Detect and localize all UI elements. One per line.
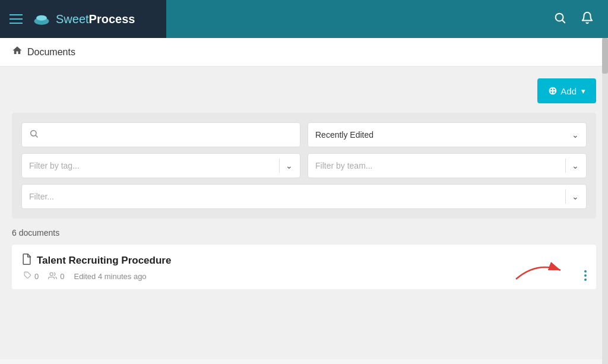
filter-tag-select[interactable]: Filter by tag... ⌄ bbox=[21, 153, 300, 178]
document-item: Talent Recruiting Procedure 0 bbox=[12, 245, 596, 289]
filter-team-select[interactable]: Filter by team... ⌄ bbox=[308, 153, 587, 178]
bell-icon[interactable] bbox=[581, 11, 594, 27]
search-icon[interactable] bbox=[553, 11, 566, 27]
document-count: 6 documents bbox=[12, 228, 596, 238]
three-dots-menu-button[interactable] bbox=[584, 270, 587, 281]
edit-time: Edited 4 minutes ago bbox=[74, 272, 146, 281]
breadcrumb-bar: Documents bbox=[0, 38, 608, 67]
document-icon bbox=[21, 253, 32, 268]
logo-icon bbox=[32, 10, 51, 29]
members-meta: 0 bbox=[48, 271, 64, 281]
document-meta-row: 0 0 Edited 4 minutes ago bbox=[21, 271, 587, 281]
filter-row-3: Filter... ⌄ bbox=[21, 184, 587, 209]
filter-full-divider bbox=[565, 189, 566, 204]
navbar-left: SweetProcess bbox=[0, 0, 166, 38]
svg-point-1 bbox=[36, 15, 47, 21]
page-title: Documents bbox=[27, 47, 75, 58]
toolbar-row: ⊕ Add ▾ bbox=[12, 78, 596, 103]
sort-label: Recently Edited bbox=[315, 130, 572, 140]
scrollbar-track[interactable] bbox=[602, 38, 608, 364]
tag-chevron-icon: ⌄ bbox=[286, 161, 293, 170]
tags-count: 0 bbox=[34, 272, 39, 281]
logo-text: SweetProcess bbox=[56, 12, 135, 26]
home-icon[interactable] bbox=[12, 45, 23, 59]
filter-row-1: Recently Edited ⌄ bbox=[21, 122, 587, 147]
filter-full-chevron-icon: ⌄ bbox=[572, 192, 579, 201]
tag-divider bbox=[279, 159, 280, 173]
sort-chevron-icon: ⌄ bbox=[572, 130, 579, 140]
svg-line-3 bbox=[562, 20, 565, 23]
filter-row-2: Filter by tag... ⌄ Filter by team... ⌄ bbox=[21, 153, 587, 178]
team-chevron-icon: ⌄ bbox=[572, 161, 579, 170]
add-button[interactable]: ⊕ Add ▾ bbox=[537, 78, 596, 103]
tag-meta-icon bbox=[24, 271, 31, 281]
filter-full-select[interactable]: Filter... ⌄ bbox=[21, 184, 587, 209]
add-chevron-icon: ▾ bbox=[581, 87, 585, 96]
filter-card: Recently Edited ⌄ Filter by tag... ⌄ Fil… bbox=[12, 113, 596, 219]
tags-meta: 0 bbox=[24, 271, 39, 281]
main-content: ⊕ Add ▾ Recently Edited ⌄ bbox=[0, 67, 608, 359]
filter-tag-label: Filter by tag... bbox=[29, 161, 279, 170]
search-filter-icon bbox=[29, 129, 39, 141]
logo-area: SweetProcess bbox=[32, 10, 135, 29]
team-divider bbox=[565, 159, 566, 173]
search-input-wrapper[interactable] bbox=[21, 122, 300, 147]
filter-team-label: Filter by team... bbox=[315, 161, 565, 170]
add-button-label: Add bbox=[560, 86, 577, 96]
document-title-row: Talent Recruiting Procedure bbox=[21, 253, 587, 268]
scrollbar-thumb[interactable] bbox=[602, 38, 608, 74]
navbar: SweetProcess bbox=[0, 0, 608, 38]
search-input[interactable] bbox=[43, 130, 293, 140]
plus-circle-icon: ⊕ bbox=[548, 84, 557, 97]
navbar-right bbox=[553, 11, 598, 27]
document-title[interactable]: Talent Recruiting Procedure bbox=[37, 255, 171, 267]
svg-line-5 bbox=[36, 135, 37, 137]
sort-select[interactable]: Recently Edited ⌄ bbox=[308, 122, 587, 147]
filter-full-label: Filter... bbox=[29, 192, 565, 201]
members-meta-icon bbox=[48, 271, 57, 281]
hamburger-icon[interactable] bbox=[10, 14, 23, 24]
svg-point-7 bbox=[50, 273, 53, 276]
members-count: 0 bbox=[60, 272, 64, 281]
